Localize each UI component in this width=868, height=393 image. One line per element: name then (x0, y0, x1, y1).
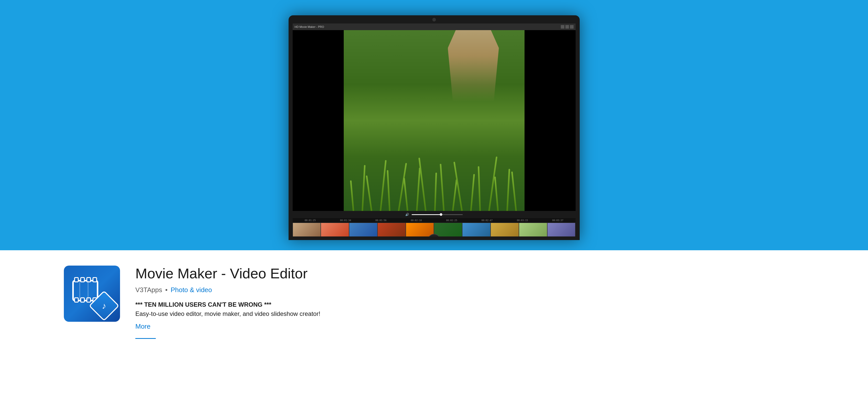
svg-rect-139 (81, 278, 84, 282)
meta-separator: • (165, 286, 167, 294)
thumb-8 (491, 223, 519, 237)
thumb-5 (406, 223, 434, 237)
app-info: Movie Maker - Video Editor V3TApps • Pho… (135, 266, 804, 339)
more-link[interactable]: More (135, 323, 804, 330)
progress-thumb (440, 213, 442, 216)
thumb-2 (321, 223, 349, 237)
video-left-black (293, 30, 344, 211)
volume-icon: 🔊 (405, 213, 409, 216)
progress-line[interactable] (412, 214, 463, 215)
grass-blade (453, 162, 463, 211)
thumb-4 (377, 223, 406, 237)
laptop-wrapper: HD Movie Maker - PRO (281, 15, 587, 245)
time-label-1: 00:01:25 (305, 219, 316, 222)
video-preview (293, 30, 576, 211)
titlebar-controls (561, 25, 574, 29)
time-label-3: 00:01:56 (375, 219, 386, 222)
timeline-labels: 00:01:25 00:01:34 00:01:56 00:02:10 00:0… (293, 218, 576, 223)
close-button[interactable] (570, 25, 574, 29)
grass-blade (416, 168, 421, 211)
grass-blades (344, 102, 525, 211)
thumb-3 (349, 223, 377, 237)
svg-rect-140 (87, 278, 90, 282)
grass-blade (350, 180, 354, 211)
volume-bar-area: 🔊 (293, 211, 576, 218)
app-publisher: V3TApps (135, 286, 162, 294)
time-label-8: 00:03:37 (552, 219, 563, 222)
hero-section: HD Movie Maker - PRO (0, 0, 868, 250)
content-section: ♪ Movie Maker - Video Editor V3TApps • P… (0, 250, 868, 393)
time-label-2: 00:01:34 (340, 219, 351, 222)
screen-titlebar: HD Movie Maker - PRO (293, 24, 576, 30)
thumb-9 (519, 223, 547, 237)
grass-blade (380, 160, 386, 211)
app-meta: V3TApps • Photo & video (135, 286, 804, 294)
app-icon-inner: ♪ (71, 273, 112, 314)
time-label-7: 00:03:15 (517, 219, 528, 222)
grass-blade (511, 172, 517, 211)
grass-blade (418, 157, 427, 211)
grass-blade (386, 170, 390, 211)
titlebar-title: HD Movie Maker - PRO (295, 25, 324, 28)
grass-blade (403, 178, 409, 211)
timeline-strip[interactable]: 00:01:25 00:01:34 00:01:56 00:02:10 00:0… (293, 218, 576, 237)
app-title: Movie Maker - Video Editor (135, 266, 804, 281)
grass-blade (477, 166, 480, 211)
hand-overlay (448, 30, 499, 102)
svg-rect-142 (74, 298, 78, 302)
video-center (344, 30, 525, 211)
time-label-5: 00:02:25 (446, 219, 457, 222)
grass-blade (494, 177, 499, 211)
video-right-black (525, 30, 576, 211)
time-label-6: 00:02:47 (482, 219, 493, 222)
thumb-7 (462, 223, 491, 237)
svg-rect-143 (81, 298, 84, 302)
bottom-divider (135, 338, 156, 339)
app-icon-container: ♪ (64, 266, 120, 322)
grass-scene (344, 30, 525, 211)
music-note-icon: ♪ (102, 296, 106, 315)
app-description-highlight: *** TEN MILLION USERS CAN'T BE WRONG *** (135, 301, 804, 308)
grass-blade (440, 164, 444, 211)
timeline-inner (293, 223, 576, 237)
svg-rect-144 (87, 298, 90, 302)
minimize-button[interactable] (561, 25, 564, 29)
grass-blade (434, 173, 437, 211)
grass-blade (470, 174, 475, 211)
maximize-button[interactable] (565, 25, 569, 29)
camera-dot (432, 18, 436, 22)
grass-blade (366, 175, 372, 211)
app-description-sub: Easy-to-use video editor, movie maker, a… (135, 310, 804, 318)
laptop-screen: HD Movie Maker - PRO (293, 24, 576, 237)
svg-rect-138 (74, 278, 78, 282)
thumb-6 (434, 223, 462, 237)
time-label-4: 00:02:10 (411, 219, 422, 222)
laptop-bezel: HD Movie Maker - PRO (288, 15, 580, 240)
thumb-1 (293, 223, 321, 237)
app-category-link[interactable]: Photo & video (170, 286, 212, 294)
grass-blade (506, 169, 510, 211)
progress-fill (412, 214, 442, 215)
grass-blade (362, 165, 366, 211)
thumb-10 (547, 223, 576, 237)
svg-rect-141 (93, 278, 96, 282)
